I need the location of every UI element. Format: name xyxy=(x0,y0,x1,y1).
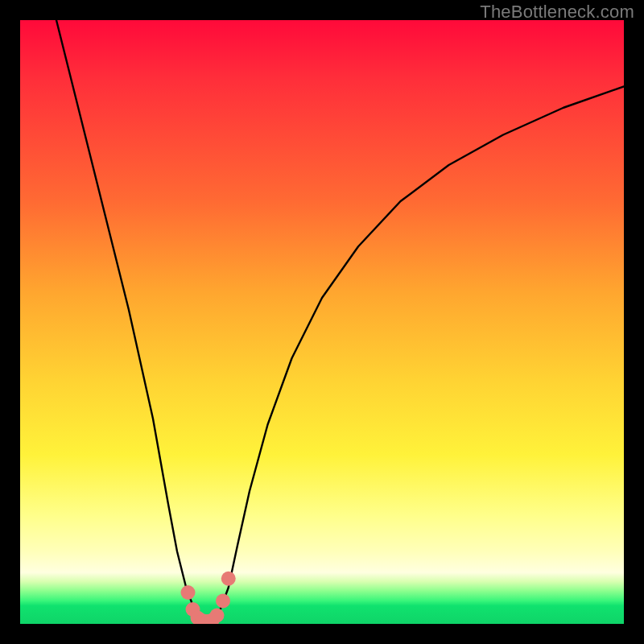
plot-area xyxy=(20,20,624,624)
highlight-dot xyxy=(210,609,225,623)
outer-frame: TheBottleneck.com xyxy=(0,0,644,644)
bottleneck-curve xyxy=(56,20,624,624)
highlight-dot xyxy=(221,572,236,586)
highlight-dot xyxy=(181,585,196,600)
chart-svg xyxy=(20,20,624,624)
highlight-dot xyxy=(216,594,230,609)
highlight-markers xyxy=(181,572,236,624)
